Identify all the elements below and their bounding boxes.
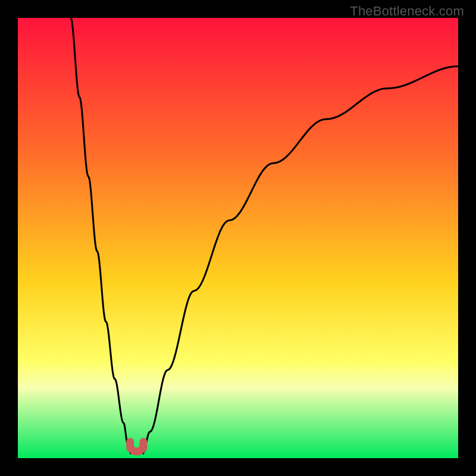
plot-area (18, 18, 458, 458)
watermark-text: TheBottleneck.com (350, 4, 464, 19)
plot-svg (18, 18, 458, 458)
chart-frame: TheBottleneck.com (0, 0, 476, 476)
gradient-background (18, 18, 458, 458)
